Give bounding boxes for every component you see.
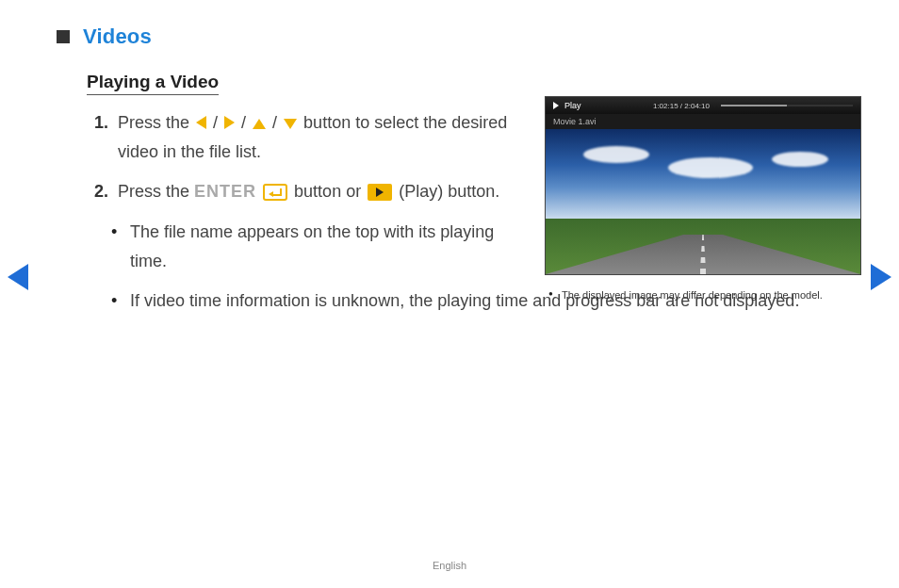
illustration-column: Play 1:02:15 / 2:04:10 Movie 1.avi <box>545 72 861 302</box>
section-subheading: Playing a Video <box>87 72 219 95</box>
step-text: Press the ENTER button or (Play) button. <box>118 177 522 206</box>
play-button-icon <box>368 184 392 201</box>
footer-language: English <box>0 560 899 571</box>
step-number: 1. <box>94 108 108 166</box>
left-arrow-icon <box>196 116 206 129</box>
text-fragment: Press the <box>118 182 194 201</box>
bullet-list: The file name appears on the top with it… <box>87 218 522 317</box>
text-fragment: (Play) button. <box>394 182 499 201</box>
player-filename-bar: Movie 1.avi <box>546 114 860 129</box>
down-arrow-icon <box>284 119 297 129</box>
player-status-bar: Play 1:02:15 / 2:04:10 <box>546 97 860 114</box>
text-fragment: / <box>268 113 282 132</box>
caption-list: The displayed image may differ depending… <box>545 288 861 302</box>
play-indicator-icon <box>553 102 559 109</box>
right-arrow-icon <box>224 116 235 129</box>
step-2: 2. Press the ENTER button or (Play) butt… <box>94 177 522 206</box>
instructions-column: Playing a Video 1. Press the / / / butto… <box>57 72 522 325</box>
text-fragment: / <box>208 113 222 132</box>
bullet-item: The file name appears on the top with it… <box>111 218 522 277</box>
player-time: 1:02:15 / 2:04:10 <box>653 102 710 110</box>
image-caption: The displayed image may differ depending… <box>548 288 861 302</box>
text-fragment: / <box>237 113 251 132</box>
up-arrow-icon <box>253 119 266 129</box>
page-content: Videos Playing a Video 1. Press the / / … <box>57 24 861 325</box>
enter-label: ENTER <box>194 182 256 201</box>
player-progress-bar <box>721 105 853 106</box>
step-list: 1. Press the / / / button to select the … <box>87 108 522 206</box>
video-frame <box>546 129 860 274</box>
enter-key-icon <box>263 184 287 201</box>
text-fragment: Press the <box>118 113 194 132</box>
square-bullet-icon <box>57 30 70 43</box>
text-fragment: button or <box>289 182 366 201</box>
page-title: Videos <box>83 24 152 49</box>
video-player-mockup: Play 1:02:15 / 2:04:10 Movie 1.avi <box>545 96 861 275</box>
prev-page-arrow[interactable] <box>8 264 28 290</box>
player-status-text: Play <box>564 101 581 110</box>
step-1: 1. Press the / / / button to select the … <box>94 108 522 166</box>
step-number: 2. <box>94 177 108 206</box>
next-page-arrow[interactable] <box>871 264 891 290</box>
step-text: Press the / / / button to select the des… <box>118 108 522 166</box>
page-header: Videos <box>57 24 861 49</box>
player-filename: Movie 1.avi <box>553 117 597 126</box>
